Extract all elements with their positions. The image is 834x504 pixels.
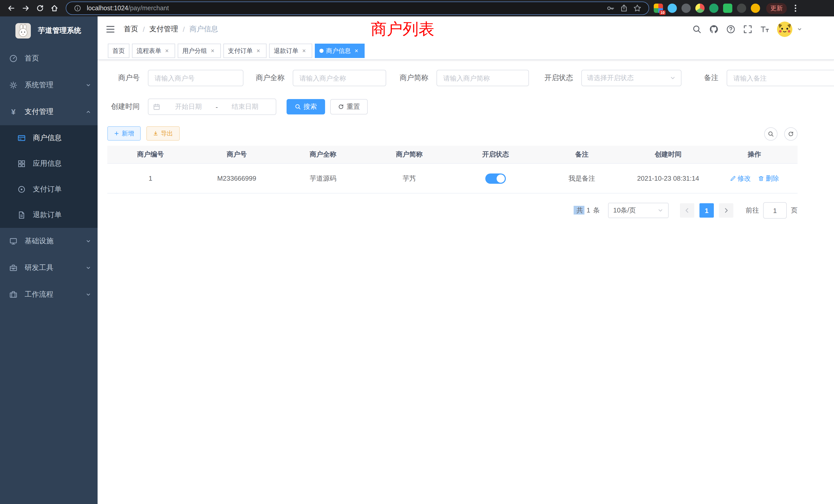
refresh-icon (338, 104, 344, 110)
dashboard-icon (9, 54, 18, 63)
merchant-name-label: 商户全称 (256, 73, 285, 83)
sidebar-item-label: 基础设施 (25, 236, 53, 246)
search-icon[interactable] (692, 25, 702, 34)
next-page-button[interactable] (719, 203, 733, 217)
search-button[interactable]: 搜索 (287, 99, 325, 114)
close-icon[interactable]: × (353, 47, 360, 54)
sidebar-item-pay-order[interactable]: 支付订单 (0, 177, 97, 202)
extension-icon-5[interactable] (709, 4, 719, 13)
extension-icon-1[interactable]: 10 (654, 4, 663, 13)
logo-rabbit-icon (16, 23, 31, 39)
sidebar-item-label: 支付订单 (33, 185, 62, 194)
browser-update-button[interactable]: 更新 (766, 3, 787, 14)
browser-menu-icon[interactable] (791, 4, 800, 13)
briefcase-icon (9, 291, 18, 299)
share-icon[interactable] (619, 3, 629, 13)
screen: localhost:1024/pay/merchant 10 更新 (0, 0, 834, 504)
cell-short-name: 芋艿 (366, 174, 453, 183)
prev-page-button[interactable] (680, 203, 694, 217)
bookmark-star-icon[interactable] (632, 3, 642, 13)
filter-status: 开启状态 请选择开启状态 (544, 70, 681, 86)
extension-icon-6[interactable] (723, 4, 732, 13)
add-button[interactable]: 新增 (107, 126, 141, 141)
sidebar-item-merchant-info[interactable]: 商户信息 (0, 125, 97, 151)
tags-view-bar: 首页 流程表单× 用户分组× 支付订单× 退款订单× 商户信息× (97, 42, 834, 60)
tab-process-form[interactable]: 流程表单× (132, 44, 175, 58)
site-info-icon[interactable] (72, 3, 83, 13)
font-size-icon[interactable] (760, 25, 769, 34)
breadcrumb-home[interactable]: 首页 (124, 25, 138, 34)
col-header: 商户编号 (107, 150, 194, 159)
show-search-toggle-icon[interactable] (764, 127, 777, 141)
tab-home[interactable]: 首页 (108, 44, 129, 58)
tab-merchant-info[interactable]: 商户信息× (315, 44, 365, 58)
app-logo: 芋道管理系统 (0, 17, 97, 45)
close-icon[interactable]: × (255, 47, 262, 54)
reset-button[interactable]: 重置 (330, 99, 368, 114)
export-button-label: 导出 (161, 129, 173, 138)
sidebar-item-dev-tools[interactable]: 研发工具 (0, 255, 97, 281)
tab-pay-order[interactable]: 支付订单× (223, 44, 266, 58)
tab-user-group[interactable]: 用户分组× (178, 44, 221, 58)
extension-icon-7[interactable] (737, 4, 746, 13)
browser-home-icon[interactable] (48, 2, 61, 14)
sidebar-item-payment[interactable]: ¥ 支付管理 (0, 98, 97, 125)
filter-merchant-name: 商户全称 (256, 70, 386, 86)
sidebar-item-home[interactable]: 首页 (0, 45, 97, 72)
edit-link[interactable]: 修改 (730, 174, 751, 183)
top-navbar: 首页 / 支付管理 / 商户信息 商户列表 (97, 17, 834, 42)
browser-reload-icon[interactable] (34, 2, 46, 14)
cell-full-name: 芋道源码 (280, 174, 366, 183)
tab-label: 商户信息 (326, 46, 351, 55)
end-date-placeholder: 结束日期 (219, 102, 271, 111)
delete-link[interactable]: 删除 (758, 174, 779, 183)
create-time-range-picker[interactable]: 开始日期 - 结束日期 (148, 98, 276, 115)
remark-input[interactable] (727, 70, 834, 86)
help-icon[interactable] (726, 25, 736, 34)
total-suffix: 条 (593, 206, 600, 214)
sidebar-item-label: 工作流程 (25, 290, 53, 299)
sidebar-item-label: 商户信息 (33, 134, 62, 143)
status-toggle[interactable] (485, 173, 506, 183)
password-key-icon[interactable] (606, 3, 616, 13)
refresh-table-icon[interactable] (784, 127, 797, 141)
create-time-label: 创建时间 (107, 102, 140, 111)
merchant-name-input[interactable] (293, 70, 386, 86)
hamburger-icon[interactable] (105, 24, 115, 35)
goto-page-input[interactable] (763, 202, 787, 219)
merchant-no-input[interactable] (148, 70, 243, 86)
avatar-caret-icon[interactable] (797, 27, 802, 32)
export-button[interactable]: 导出 (146, 126, 180, 141)
extension-icon-4[interactable] (695, 4, 705, 13)
close-icon[interactable]: × (209, 47, 216, 54)
merchant-short-name-input[interactable] (437, 70, 529, 86)
close-icon[interactable]: × (163, 47, 171, 54)
yen-icon: ¥ (9, 108, 18, 116)
github-icon[interactable] (709, 25, 719, 34)
cell-remark: 我是备注 (539, 174, 625, 183)
browser-back-icon[interactable] (5, 2, 18, 14)
status-select[interactable]: 请选择开启状态 (581, 70, 681, 86)
fullscreen-icon[interactable] (743, 25, 752, 34)
page-size-select[interactable]: 10条/页 (608, 203, 668, 218)
address-bar[interactable]: localhost:1024/pay/merchant (66, 2, 649, 15)
sidebar-item-infrastructure[interactable]: 基础设施 (0, 228, 97, 255)
browser-forward-icon[interactable] (20, 2, 32, 14)
close-icon[interactable]: × (301, 47, 308, 54)
sidebar-item-app-info[interactable]: 应用信息 (0, 151, 97, 177)
col-header: 商户号 (194, 150, 280, 159)
chevron-down-icon (85, 265, 91, 271)
breadcrumb-payment[interactable]: 支付管理 (150, 25, 178, 34)
sidebar-item-refund-order[interactable]: 退款订单 (0, 202, 97, 228)
tab-refund-order[interactable]: 退款订单× (269, 44, 312, 58)
page-number-1[interactable]: 1 (699, 203, 714, 217)
sidebar-item-label: 应用信息 (33, 159, 62, 168)
sidebar-item-system[interactable]: 系统管理 (0, 72, 97, 98)
sidebar-item-workflow[interactable]: 工作流程 (0, 281, 97, 308)
user-avatar[interactable] (777, 22, 792, 37)
extension-icon-3[interactable] (681, 4, 691, 13)
chevron-down-icon (657, 207, 663, 213)
extension-badge: 10 (659, 10, 665, 15)
extension-icon-8[interactable] (751, 4, 760, 13)
extension-icon-2[interactable] (667, 4, 677, 13)
